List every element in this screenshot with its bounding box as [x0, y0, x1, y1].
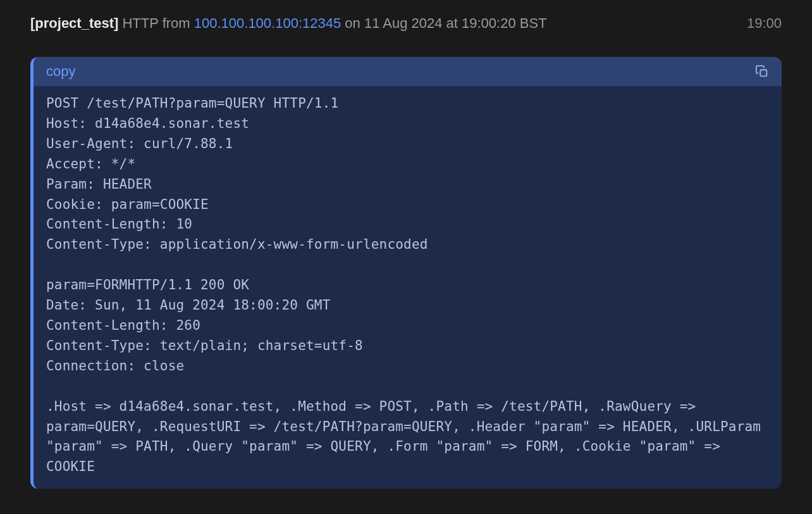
copy-label[interactable]: copy	[46, 63, 75, 80]
svg-rect-0	[760, 70, 766, 76]
log-suffix: on 11 Aug 2024 at 19:00:20 BST	[341, 15, 546, 31]
code-block: copy POST /test/PATH?param=QUERY HTTP/1.…	[30, 57, 782, 489]
log-entry-container: [project_test] HTTP from 100.100.100.100…	[0, 0, 812, 489]
log-title: [project_test] HTTP from 100.100.100.100…	[30, 15, 547, 32]
copy-icon[interactable]	[755, 65, 769, 78]
code-block-header: copy	[34, 57, 782, 86]
short-timestamp: 19:00	[747, 15, 782, 32]
project-tag: [project_test]	[30, 15, 118, 31]
code-content[interactable]: POST /test/PATH?param=QUERY HTTP/1.1 Hos…	[34, 86, 782, 489]
log-prefix: HTTP from	[118, 15, 194, 31]
source-ip-link[interactable]: 100.100.100.100:12345	[194, 15, 341, 31]
log-header: [project_test] HTTP from 100.100.100.100…	[0, 0, 812, 32]
